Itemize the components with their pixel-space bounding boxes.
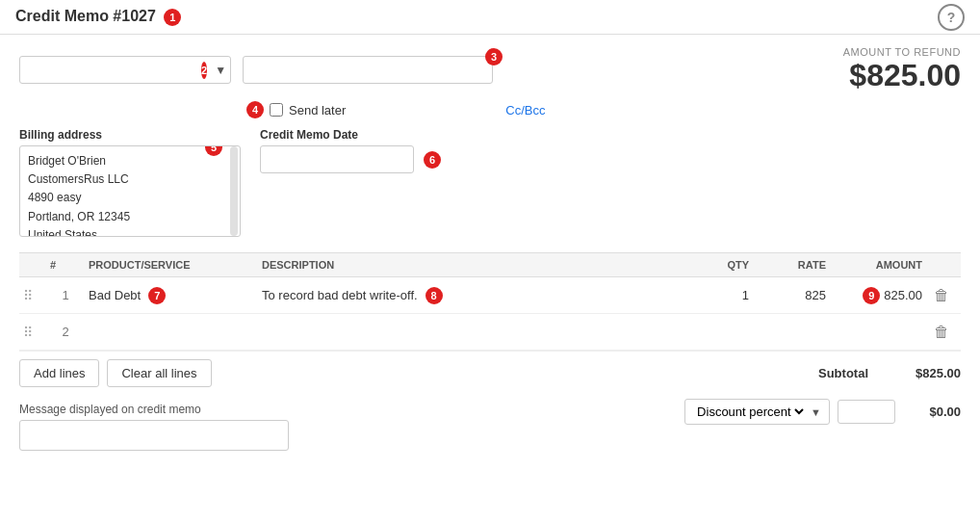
drag-handle-1[interactable]: ⠿ bbox=[19, 288, 46, 303]
address-line-4: Portland, OR 12345 bbox=[28, 208, 220, 226]
header-badge: 1 bbox=[164, 9, 181, 26]
delete-row-1-button[interactable]: 🗑 bbox=[930, 287, 953, 304]
send-later-badge: 4 bbox=[246, 101, 264, 118]
subtotal-label: Subtotal bbox=[818, 366, 868, 380]
rate-cell-2[interactable] bbox=[753, 328, 830, 336]
header-drag bbox=[19, 259, 46, 271]
table-row: ⠿ 1 Bad Debt 7 To record bad debt write-… bbox=[19, 277, 961, 314]
clear-lines-button[interactable]: Clear all lines bbox=[107, 359, 211, 387]
row-num-2: 2 bbox=[46, 321, 85, 343]
send-later-label: Send later bbox=[289, 103, 346, 117]
discount-amount: $0.00 bbox=[903, 405, 961, 419]
drag-handle-2[interactable]: ⠿ bbox=[19, 325, 46, 340]
subtotal-row: Subtotal $825.00 bbox=[818, 366, 961, 380]
date-badge: 6 bbox=[424, 151, 441, 169]
footer-row: Message displayed on credit memo Discoun… bbox=[19, 395, 961, 451]
discount-value-input[interactable] bbox=[838, 400, 895, 424]
delete-cell-2: 🗑 bbox=[926, 320, 961, 345]
billing-scrollbar bbox=[230, 146, 238, 236]
email-wrapper: QBOrocks@yahoo.com 3 bbox=[243, 56, 493, 84]
billing-label: Billing address bbox=[19, 128, 241, 142]
description-cell-2[interactable] bbox=[258, 328, 676, 336]
billing-address-content: Bridget O'Brien CustomersRus LLC 4890 ea… bbox=[28, 152, 232, 237]
amount-cell-1: 9 825.00 bbox=[830, 283, 926, 308]
table-row-2: ⠿ 2 🗑 bbox=[19, 314, 961, 351]
customer-input[interactable]: Bridget O'Brien bbox=[20, 57, 197, 83]
header-left: Credit Memo #1027 1 bbox=[15, 8, 181, 26]
header-delete bbox=[926, 259, 961, 271]
header-desc: DESCRIPTION bbox=[258, 259, 676, 271]
top-row: Bridget O'Brien 2 ▼ QBOrocks@yahoo.com 3… bbox=[19, 46, 961, 93]
row-num-1: 1 bbox=[46, 284, 85, 306]
delete-row-2-button[interactable]: 🗑 bbox=[930, 324, 953, 341]
customer-select-wrapper: Bridget O'Brien 2 ▼ bbox=[19, 56, 231, 84]
amount-refund-label: AMOUNT TO REFUND bbox=[843, 46, 961, 58]
description-text-1: To record bad debt write-off. bbox=[262, 288, 418, 302]
description-cell-1: To record bad debt write-off. 8 bbox=[258, 283, 676, 308]
product-cell-2[interactable] bbox=[85, 328, 258, 336]
product-cell-1: Bad Debt 7 bbox=[85, 283, 258, 308]
line-items-table: # PRODUCT/SERVICE DESCRIPTION QTY RATE A… bbox=[19, 252, 961, 351]
header: Credit Memo #1027 1 ? bbox=[0, 0, 980, 35]
billing-address-box[interactable]: Bridget O'Brien CustomersRus LLC 4890 ea… bbox=[19, 145, 241, 237]
subtotal-value: $825.00 bbox=[884, 366, 961, 380]
amount-cell-2 bbox=[830, 328, 926, 336]
email-badge: 3 bbox=[485, 48, 503, 65]
header-qty: QTY bbox=[676, 259, 753, 271]
help-button[interactable]: ? bbox=[938, 4, 965, 31]
message-input[interactable] bbox=[19, 420, 289, 451]
description-badge-1: 8 bbox=[426, 287, 443, 304]
amount-refund-value: $825.00 bbox=[843, 58, 961, 93]
billing-section: Billing address Bridget O'Brien Customer… bbox=[19, 128, 241, 237]
qty-cell-1: 1 bbox=[676, 284, 753, 306]
header-amount: AMOUNT bbox=[830, 259, 926, 271]
content: Bridget O'Brien 2 ▼ QBOrocks@yahoo.com 3… bbox=[0, 35, 980, 522]
form-row: Billing address Bridget O'Brien Customer… bbox=[19, 128, 961, 237]
amount-value-1: 825.00 bbox=[884, 288, 922, 302]
send-later-row: 4 Send later Cc/Bcc bbox=[19, 101, 961, 118]
amount-badge-1: 9 bbox=[863, 287, 880, 304]
address-line-5: United States bbox=[28, 226, 220, 237]
page-title: Credit Memo #1027 1 bbox=[15, 8, 181, 26]
discount-row: Discount percent Discount value ▼ $0.00 bbox=[684, 395, 961, 429]
address-line-1: Bridget O'Brien bbox=[28, 152, 220, 170]
product-badge-1: 7 bbox=[148, 287, 166, 304]
header-product: PRODUCT/SERVICE bbox=[85, 259, 258, 271]
header-num: # bbox=[46, 259, 85, 271]
add-lines-button[interactable]: Add lines bbox=[19, 359, 99, 387]
bottom-actions: Add lines Clear all lines Subtotal $825.… bbox=[19, 351, 961, 395]
discount-arrow-icon: ▼ bbox=[811, 406, 821, 418]
help-label: ? bbox=[947, 10, 956, 25]
rate-cell-1: 825 bbox=[753, 284, 830, 306]
send-later-checkbox[interactable] bbox=[270, 103, 283, 117]
date-section: Credit Memo Date 10/17/2017 6 bbox=[260, 128, 441, 237]
delete-cell-1: 🗑 bbox=[926, 283, 961, 308]
customer-dropdown-arrow[interactable]: ▼ bbox=[207, 64, 234, 77]
product-name-1: Bad Debt bbox=[89, 288, 141, 302]
qty-cell-2[interactable] bbox=[676, 328, 753, 336]
email-input[interactable]: QBOrocks@yahoo.com bbox=[243, 56, 493, 84]
amount-refund-section: AMOUNT TO REFUND $825.00 bbox=[843, 46, 961, 93]
table-header: # PRODUCT/SERVICE DESCRIPTION QTY RATE A… bbox=[19, 253, 961, 277]
address-line-2: CustomersRus LLC bbox=[28, 170, 220, 189]
discount-type-select[interactable]: Discount percent Discount value bbox=[693, 404, 807, 420]
memo-number: #1027 bbox=[113, 8, 156, 24]
message-section: Message displayed on credit memo bbox=[19, 395, 289, 451]
date-label: Credit Memo Date bbox=[260, 128, 441, 142]
date-input-wrapper: 10/17/2017 6 bbox=[260, 145, 441, 173]
header-rate: RATE bbox=[753, 259, 830, 271]
discount-select-wrapper: Discount percent Discount value ▼ bbox=[684, 399, 830, 425]
cc-bcc-link[interactable]: Cc/Bcc bbox=[505, 103, 545, 117]
message-label: Message displayed on credit memo bbox=[19, 403, 289, 416]
address-line-3: 4890 easy bbox=[28, 189, 220, 207]
date-input[interactable]: 10/17/2017 bbox=[260, 145, 414, 173]
title-text: Credit Memo bbox=[15, 8, 109, 24]
